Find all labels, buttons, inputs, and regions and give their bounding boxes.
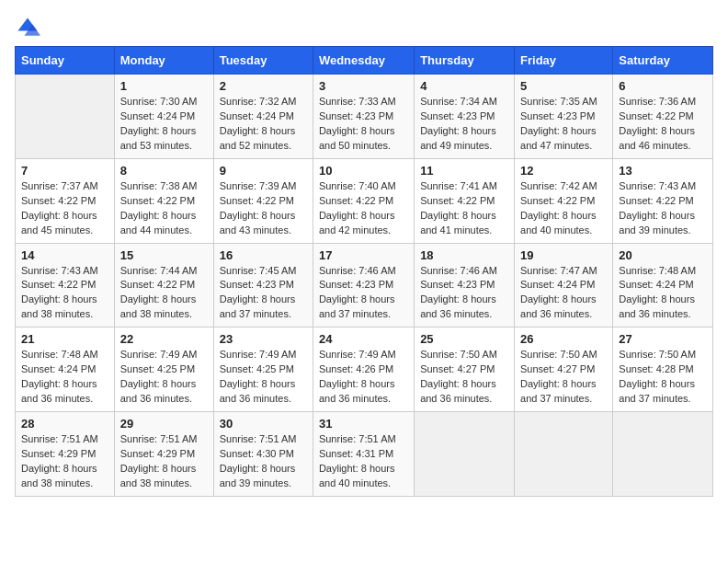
- calendar-table: SundayMondayTuesdayWednesdayThursdayFrid…: [15, 46, 713, 497]
- day-info: Sunrise: 7:49 AMSunset: 4:26 PMDaylight:…: [319, 348, 408, 407]
- calendar-cell: 16Sunrise: 7:45 AMSunset: 4:23 PMDayligh…: [213, 243, 313, 327]
- calendar-cell: [515, 412, 613, 497]
- calendar-cell: 12Sunrise: 7:42 AMSunset: 4:22 PMDayligh…: [515, 158, 613, 243]
- day-number: 18: [420, 248, 508, 262]
- day-info: Sunrise: 7:41 AMSunset: 4:22 PMDaylight:…: [420, 179, 508, 238]
- day-info: Sunrise: 7:48 AMSunset: 4:24 PMDaylight:…: [619, 264, 707, 323]
- day-info: Sunrise: 7:36 AMSunset: 4:22 PMDaylight:…: [619, 95, 707, 154]
- day-number: 30: [220, 417, 307, 431]
- calendar-cell: 10Sunrise: 7:40 AMSunset: 4:22 PMDayligh…: [313, 158, 414, 243]
- day-info: Sunrise: 7:33 AMSunset: 4:23 PMDaylight:…: [319, 95, 408, 154]
- day-number: 14: [21, 248, 108, 262]
- calendar-cell: 17Sunrise: 7:46 AMSunset: 4:23 PMDayligh…: [313, 243, 414, 327]
- day-number: 11: [420, 164, 508, 178]
- calendar-cell: 24Sunrise: 7:49 AMSunset: 4:26 PMDayligh…: [313, 327, 414, 412]
- calendar-cell: [415, 412, 515, 497]
- day-number: 4: [420, 79, 508, 93]
- day-info: Sunrise: 7:51 AMSunset: 4:31 PMDaylight:…: [319, 432, 408, 491]
- calendar-cell: 6Sunrise: 7:36 AMSunset: 4:22 PMDaylight…: [613, 75, 713, 159]
- col-header-thursday: Thursday: [415, 47, 515, 75]
- calendar-week-row: 1Sunrise: 7:30 AMSunset: 4:24 PMDaylight…: [16, 75, 713, 159]
- day-number: 28: [21, 417, 108, 431]
- day-info: Sunrise: 7:51 AMSunset: 4:30 PMDaylight:…: [220, 432, 307, 491]
- calendar-cell: 30Sunrise: 7:51 AMSunset: 4:30 PMDayligh…: [213, 412, 313, 497]
- calendar-cell: 1Sunrise: 7:30 AMSunset: 4:24 PMDaylight…: [114, 75, 213, 159]
- day-info: Sunrise: 7:43 AMSunset: 4:22 PMDaylight:…: [619, 179, 707, 238]
- calendar-cell: 18Sunrise: 7:46 AMSunset: 4:23 PMDayligh…: [415, 243, 515, 327]
- day-info: Sunrise: 7:35 AMSunset: 4:23 PMDaylight:…: [520, 95, 607, 154]
- calendar-cell: 7Sunrise: 7:37 AMSunset: 4:22 PMDaylight…: [16, 158, 115, 243]
- day-number: 6: [619, 79, 707, 93]
- day-number: 22: [120, 332, 208, 346]
- day-info: Sunrise: 7:37 AMSunset: 4:22 PMDaylight:…: [21, 179, 108, 238]
- day-number: 29: [120, 417, 208, 431]
- calendar-cell: 31Sunrise: 7:51 AMSunset: 4:31 PMDayligh…: [313, 412, 414, 497]
- col-header-sunday: Sunday: [16, 47, 115, 75]
- calendar-cell: 26Sunrise: 7:50 AMSunset: 4:27 PMDayligh…: [515, 327, 613, 412]
- day-number: 12: [520, 164, 607, 178]
- col-header-friday: Friday: [515, 47, 613, 75]
- day-number: 7: [21, 164, 108, 178]
- day-number: 2: [220, 79, 307, 93]
- calendar-cell: 3Sunrise: 7:33 AMSunset: 4:23 PMDaylight…: [313, 75, 414, 159]
- day-info: Sunrise: 7:39 AMSunset: 4:22 PMDaylight:…: [220, 179, 307, 238]
- day-info: Sunrise: 7:43 AMSunset: 4:22 PMDaylight:…: [21, 264, 108, 323]
- calendar-week-row: 7Sunrise: 7:37 AMSunset: 4:22 PMDaylight…: [16, 158, 713, 243]
- day-number: 17: [319, 248, 408, 262]
- day-number: 23: [220, 332, 307, 346]
- day-number: 15: [120, 248, 208, 262]
- day-info: Sunrise: 7:47 AMSunset: 4:24 PMDaylight:…: [520, 264, 607, 323]
- col-header-monday: Monday: [114, 47, 213, 75]
- day-number: 24: [319, 332, 408, 346]
- calendar-cell: 9Sunrise: 7:39 AMSunset: 4:22 PMDaylight…: [213, 158, 313, 243]
- day-info: Sunrise: 7:32 AMSunset: 4:24 PMDaylight:…: [220, 95, 307, 154]
- calendar-cell: 28Sunrise: 7:51 AMSunset: 4:29 PMDayligh…: [16, 412, 115, 497]
- col-header-wednesday: Wednesday: [313, 47, 414, 75]
- calendar-cell: 23Sunrise: 7:49 AMSunset: 4:25 PMDayligh…: [213, 327, 313, 412]
- day-number: 19: [520, 248, 607, 262]
- calendar-cell: [16, 75, 115, 159]
- calendar-cell: 4Sunrise: 7:34 AMSunset: 4:23 PMDaylight…: [415, 75, 515, 159]
- page-header: [15, 15, 713, 40]
- day-info: Sunrise: 7:30 AMSunset: 4:24 PMDaylight:…: [120, 95, 208, 154]
- day-number: 1: [120, 79, 208, 93]
- logo-icon: [15, 15, 40, 40]
- day-info: Sunrise: 7:50 AMSunset: 4:28 PMDaylight:…: [619, 348, 707, 407]
- day-number: 25: [420, 332, 508, 346]
- day-info: Sunrise: 7:46 AMSunset: 4:23 PMDaylight:…: [319, 264, 408, 323]
- day-number: 8: [120, 164, 208, 178]
- col-header-tuesday: Tuesday: [213, 47, 313, 75]
- day-number: 26: [520, 332, 607, 346]
- day-number: 21: [21, 332, 108, 346]
- logo: [15, 15, 44, 40]
- day-number: 3: [319, 79, 408, 93]
- calendar-cell: 15Sunrise: 7:44 AMSunset: 4:22 PMDayligh…: [114, 243, 213, 327]
- calendar-week-row: 28Sunrise: 7:51 AMSunset: 4:29 PMDayligh…: [16, 412, 713, 497]
- day-info: Sunrise: 7:49 AMSunset: 4:25 PMDaylight:…: [120, 348, 208, 407]
- day-info: Sunrise: 7:51 AMSunset: 4:29 PMDaylight:…: [21, 432, 108, 491]
- calendar-week-row: 14Sunrise: 7:43 AMSunset: 4:22 PMDayligh…: [16, 243, 713, 327]
- day-info: Sunrise: 7:46 AMSunset: 4:23 PMDaylight:…: [420, 264, 508, 323]
- calendar-cell: 21Sunrise: 7:48 AMSunset: 4:24 PMDayligh…: [16, 327, 115, 412]
- calendar-cell: 11Sunrise: 7:41 AMSunset: 4:22 PMDayligh…: [415, 158, 515, 243]
- calendar-cell: 5Sunrise: 7:35 AMSunset: 4:23 PMDaylight…: [515, 75, 613, 159]
- col-header-saturday: Saturday: [613, 47, 713, 75]
- calendar-cell: 25Sunrise: 7:50 AMSunset: 4:27 PMDayligh…: [415, 327, 515, 412]
- calendar-header-row: SundayMondayTuesdayWednesdayThursdayFrid…: [16, 47, 713, 75]
- calendar-cell: 13Sunrise: 7:43 AMSunset: 4:22 PMDayligh…: [613, 158, 713, 243]
- day-info: Sunrise: 7:49 AMSunset: 4:25 PMDaylight:…: [220, 348, 307, 407]
- calendar-cell: 19Sunrise: 7:47 AMSunset: 4:24 PMDayligh…: [515, 243, 613, 327]
- day-number: 13: [619, 164, 707, 178]
- calendar-cell: 29Sunrise: 7:51 AMSunset: 4:29 PMDayligh…: [114, 412, 213, 497]
- day-info: Sunrise: 7:50 AMSunset: 4:27 PMDaylight:…: [420, 348, 508, 407]
- calendar-week-row: 21Sunrise: 7:48 AMSunset: 4:24 PMDayligh…: [16, 327, 713, 412]
- day-number: 5: [520, 79, 607, 93]
- day-info: Sunrise: 7:42 AMSunset: 4:22 PMDaylight:…: [520, 179, 607, 238]
- calendar-cell: 22Sunrise: 7:49 AMSunset: 4:25 PMDayligh…: [114, 327, 213, 412]
- day-info: Sunrise: 7:34 AMSunset: 4:23 PMDaylight:…: [420, 95, 508, 154]
- day-number: 27: [619, 332, 707, 346]
- day-number: 20: [619, 248, 707, 262]
- day-number: 31: [319, 417, 408, 431]
- day-info: Sunrise: 7:40 AMSunset: 4:22 PMDaylight:…: [319, 179, 408, 238]
- calendar-cell: 27Sunrise: 7:50 AMSunset: 4:28 PMDayligh…: [613, 327, 713, 412]
